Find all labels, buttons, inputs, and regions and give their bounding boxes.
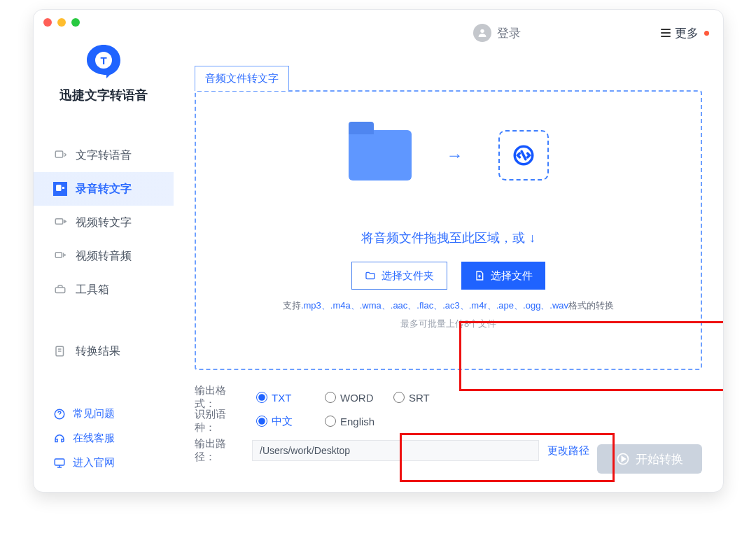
nav-video-to-audio[interactable]: 视频转音频 — [34, 239, 174, 273]
select-file-button[interactable]: 选择文件 — [461, 262, 545, 290]
maximize-icon[interactable] — [71, 18, 80, 27]
monitor-icon — [53, 457, 66, 469]
svg-rect-9 — [55, 459, 64, 465]
radio-chinese[interactable]: 中文 — [256, 415, 312, 428]
nav-label: 工具箱 — [76, 283, 109, 297]
toolbox-icon — [53, 283, 67, 297]
tab-audio-to-text[interactable]: 音频文件转文字 — [195, 66, 289, 91]
video-audio-icon — [53, 249, 67, 263]
arrow-right-icon: → — [447, 146, 463, 165]
sidebar: T 迅捷文字转语音 文字转语音 录音转文字 视频转文字 — [34, 38, 174, 492]
nav-label: 视频转文字 — [76, 215, 132, 230]
link-support[interactable]: 在线客服 — [34, 426, 174, 451]
sidebar-footer: 常见问题 在线客服 进入官网 — [34, 402, 174, 475]
drop-area[interactable]: → 将音频文件拖拽至此区域，或↓ 选择文件夹 选择文件 — [195, 90, 702, 370]
supported-formats: 支持.mp3、.m4a、.wma、.aac、.flac、.ac3、.m4r、.a… — [196, 299, 701, 312]
close-icon[interactable] — [43, 18, 52, 27]
nav: 文字转语音 录音转文字 视频转文字 视频转音频 工具箱 — [34, 139, 174, 368]
minimize-icon[interactable] — [57, 18, 66, 27]
svg-rect-4 — [55, 219, 63, 225]
language-label: 识别语种： — [195, 408, 244, 434]
nav-label: 文字转语音 — [76, 148, 132, 163]
nav-results[interactable]: 转换结果 — [34, 334, 174, 368]
nav-toolbox[interactable]: 工具箱 — [34, 273, 174, 306]
radio-english[interactable]: English — [325, 416, 381, 427]
stt-icon — [53, 182, 67, 196]
play-circle-icon — [616, 452, 630, 466]
main-panel: 登录 更多 音频文件转文字 → — [174, 38, 723, 492]
output-format-label: 输出格式： — [195, 384, 244, 411]
folder-open-icon — [365, 270, 376, 281]
tts-icon — [53, 148, 67, 162]
headset-icon — [53, 432, 66, 445]
help-icon — [53, 408, 66, 420]
radio-srt[interactable]: SRT — [393, 392, 449, 404]
output-format-row: 输出格式： TXT WORD SRT — [195, 385, 702, 409]
more-button[interactable]: 更多 — [661, 25, 709, 41]
start-convert-button[interactable]: 开始转换 — [597, 444, 702, 474]
nav-label: 录音转文字 — [76, 182, 132, 197]
app-logo: T — [84, 42, 123, 81]
svg-rect-2 — [55, 151, 63, 157]
download-icon: ↓ — [529, 231, 536, 245]
drop-hint: 将音频文件拖拽至此区域，或↓ — [196, 229, 701, 246]
nav-label: 视频转音频 — [76, 249, 132, 264]
nav-label: 转换结果 — [76, 344, 120, 359]
nav-text-to-speech[interactable]: 文字转语音 — [34, 139, 174, 172]
avatar-icon — [473, 24, 491, 42]
svg-point-10 — [480, 29, 484, 33]
upload-limit: 最多可批量上传8个文件 — [196, 318, 701, 330]
results-icon — [53, 344, 67, 358]
nav-video-to-text[interactable]: 视频转文字 — [34, 206, 174, 239]
svg-text:T: T — [100, 55, 106, 66]
link-website[interactable]: 进入官网 — [34, 451, 174, 475]
window-controls — [43, 18, 80, 27]
drop-illustration: → — [196, 130, 701, 180]
app-title: 迅捷文字转语音 — [34, 87, 174, 104]
nav-audio-to-text[interactable]: 录音转文字 — [34, 172, 174, 206]
convert-icon — [498, 130, 549, 180]
login-button[interactable]: 登录 — [473, 24, 521, 42]
radio-word[interactable]: WORD — [325, 392, 381, 404]
link-faq[interactable]: 常见问题 — [34, 402, 174, 426]
notification-dot-icon — [704, 31, 709, 36]
output-path-input[interactable] — [252, 440, 539, 461]
svg-rect-6 — [55, 288, 65, 293]
output-path-label: 输出路径： — [195, 437, 244, 464]
folder-icon — [349, 130, 412, 180]
select-folder-button[interactable]: 选择文件夹 — [351, 262, 447, 290]
video-text-icon — [53, 215, 67, 229]
menu-icon — [661, 29, 671, 37]
language-row: 识别语种： 中文 English — [195, 409, 702, 433]
svg-rect-3 — [56, 185, 62, 191]
file-add-icon — [474, 270, 485, 281]
change-path-button[interactable]: 更改路径 — [547, 444, 589, 458]
radio-txt[interactable]: TXT — [256, 392, 312, 404]
app-window: T 迅捷文字转语音 文字转语音 录音转文字 视频转文字 — [33, 9, 724, 493]
svg-rect-5 — [55, 253, 62, 258]
